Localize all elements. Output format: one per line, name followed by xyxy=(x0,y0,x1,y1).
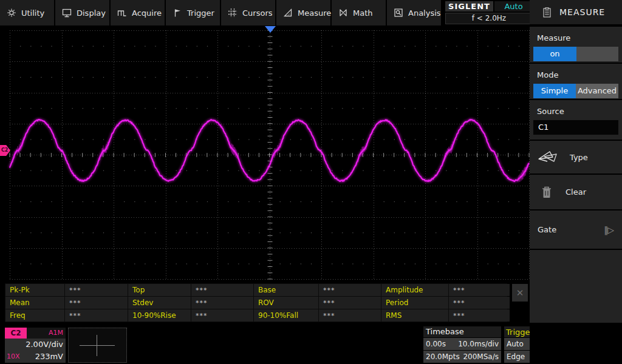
type-label: Type xyxy=(570,153,588,162)
measure-sidebar: MEASURE Measure on Mode Simple Advanced … xyxy=(530,0,622,364)
close-measure-table-button[interactable]: ✕ xyxy=(512,284,528,302)
menu-item-label: Analysis xyxy=(408,8,441,18)
trigger-position-marker[interactable] xyxy=(265,26,276,33)
measure-label: Base xyxy=(254,284,318,296)
oscilloscope-screen: Utility Display Acquire Trigger Cursors … xyxy=(0,0,622,364)
source-select[interactable]: C1 xyxy=(533,120,618,135)
measure-value: *** xyxy=(65,309,128,322)
sidebar-header: MEASURE xyxy=(530,0,622,24)
trigger-type: Edge xyxy=(507,351,525,363)
menu-item-label: Trigger xyxy=(187,8,214,18)
measure-label: Stdev xyxy=(128,297,191,309)
channel-badge: C2 xyxy=(5,328,27,339)
measure-value: *** xyxy=(191,309,253,322)
menu-item-analysis[interactable]: Analysis xyxy=(387,0,441,25)
empty-channel-slot[interactable] xyxy=(68,328,127,363)
channel-coupling: A1M xyxy=(27,328,66,339)
measure-label: Period xyxy=(381,297,448,309)
monitor-icon xyxy=(62,8,72,18)
timebase-scale: 10.0ms/div xyxy=(446,338,499,350)
menu-item-cursors[interactable]: Cursors xyxy=(221,0,275,25)
menu-item-label: Display xyxy=(77,8,106,18)
menu-item-utility[interactable]: Utility xyxy=(0,0,54,25)
measure-value: *** xyxy=(319,297,381,309)
measure-label: Mean xyxy=(5,297,64,309)
measure-label: Freq xyxy=(5,309,64,322)
source-label: Source xyxy=(537,107,618,116)
acquisition-status: Auto xyxy=(494,1,533,12)
setsquare-icon xyxy=(283,8,293,18)
timebase-info-box[interactable]: Timebase 0.00s 10.0ms/div 20.0Mpts 200MS… xyxy=(423,326,501,363)
waveform-display: C2 xyxy=(0,25,530,283)
channel-scale: 2.00V/div xyxy=(5,339,66,351)
channel-probe-attenuation: 10X xyxy=(5,351,20,363)
timebase-title: Timebase xyxy=(423,326,501,337)
mode-section: Mode Simple Advanced xyxy=(530,64,622,100)
memory-depth: 20.0Mpts xyxy=(426,351,460,363)
crosshair-icon xyxy=(97,335,97,356)
menu-item-math[interactable]: Math xyxy=(332,0,386,25)
gate-label: Gate xyxy=(538,225,556,234)
trash-icon xyxy=(541,185,553,200)
clipboard-icon xyxy=(543,7,551,18)
gear-icon xyxy=(7,8,16,18)
measure-type-icon xyxy=(537,149,560,165)
sidebar-title: MEASURE xyxy=(559,7,605,17)
measure-onoff-label: Measure xyxy=(537,33,618,42)
siglent-logo: SIGLENT xyxy=(445,1,493,12)
measure-label: Top xyxy=(128,284,191,296)
brand-block: SIGLENT Auto f < 2.0Hz xyxy=(445,0,534,25)
measure-onoff-section: Measure on xyxy=(530,27,622,64)
trigger-frequency-readout: f < 2.0Hz xyxy=(445,13,533,24)
menu-item-acquire[interactable]: Acquire xyxy=(111,0,165,25)
menu-item-display[interactable]: Display xyxy=(55,0,109,25)
clear-label: Clear xyxy=(566,187,586,197)
menu-item-label: Acquire xyxy=(132,8,162,18)
clear-menu-item[interactable]: Clear xyxy=(530,175,622,211)
graticule-canvas xyxy=(0,25,530,283)
crosshair-icon xyxy=(80,345,115,346)
pulse-icon xyxy=(117,8,127,18)
mode-label: Mode xyxy=(537,70,618,79)
type-menu-item[interactable]: Type xyxy=(530,141,622,175)
measure-value: *** xyxy=(191,284,253,296)
measure-label: ROV xyxy=(254,297,318,309)
measure-label: 10-90%Rise xyxy=(128,309,191,322)
mode-toggle: Simple Advanced xyxy=(533,84,618,98)
menu-item-trigger[interactable]: Trigger xyxy=(166,0,220,25)
measure-off-button[interactable] xyxy=(576,47,618,61)
mode-advanced-button[interactable]: Advanced xyxy=(576,84,618,98)
timebase-delay: 0.00s xyxy=(426,338,446,350)
magnifier-doc-icon xyxy=(394,8,403,18)
trigger-mode: Auto xyxy=(507,338,524,350)
gate-menu-item[interactable]: Gate ‖▷ xyxy=(530,211,622,250)
crosshatch-icon xyxy=(228,8,238,18)
channel-info-box[interactable]: C2 A1M 2.00V/div 10X 233mV xyxy=(5,328,66,363)
mode-simple-button[interactable]: Simple xyxy=(533,84,576,98)
channel-offset-value: 233mV xyxy=(20,351,66,363)
measure-onoff-toggle: on xyxy=(533,47,618,61)
measure-value: *** xyxy=(319,309,381,322)
measure-label: Pk-Pk xyxy=(5,284,64,296)
measure-label: RMS xyxy=(381,309,448,322)
flag-icon xyxy=(173,8,182,18)
bowtie-icon xyxy=(338,8,348,18)
measure-value: *** xyxy=(449,297,510,309)
measure-value: *** xyxy=(449,284,510,296)
measure-value: *** xyxy=(319,284,381,296)
measure-label: 90-10%Fall xyxy=(254,309,318,322)
sample-rate: 200MSa/s xyxy=(460,351,499,363)
measurement-table: Pk-Pk *** Top *** Base *** Amplitude ***… xyxy=(5,283,507,322)
measure-value: *** xyxy=(191,297,253,309)
sidebar-filler xyxy=(530,250,622,323)
measure-on-button[interactable]: on xyxy=(533,47,576,61)
measure-value: *** xyxy=(65,297,128,309)
menu-item-measure[interactable]: Measure xyxy=(276,0,330,25)
bottom-status-bar: C2 A1M 2.00V/div 10X 233mV Timebase 0.00… xyxy=(0,326,622,364)
sidebar-panel: Measure on Mode Simple Advanced Source C… xyxy=(530,27,622,323)
close-icon: ✕ xyxy=(516,288,524,298)
measure-value: *** xyxy=(449,309,510,322)
menu-item-label: Utility xyxy=(21,8,44,18)
gate-expand-icon: ‖▷ xyxy=(604,225,613,235)
menu-item-label: Cursors xyxy=(242,8,273,18)
